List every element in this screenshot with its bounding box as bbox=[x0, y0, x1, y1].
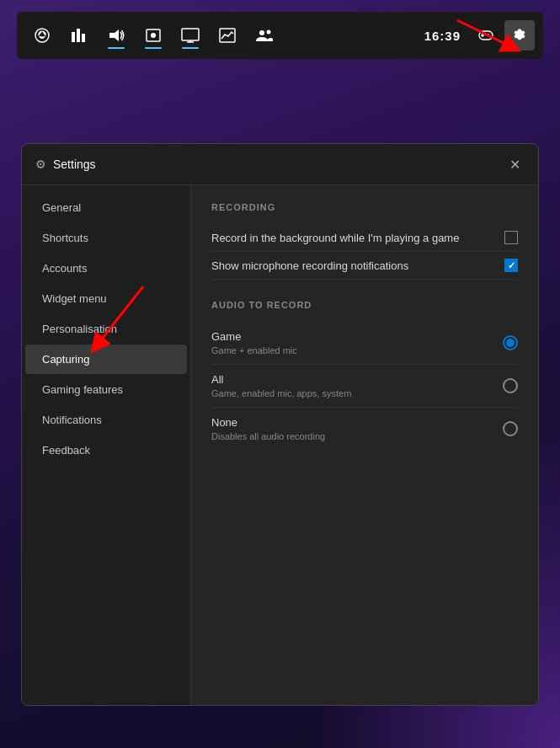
stats-bar-icon[interactable] bbox=[62, 19, 96, 52]
audio-volume-icon[interactable] bbox=[99, 19, 133, 52]
background-record-checkbox[interactable] bbox=[504, 231, 518, 244]
xbox-icon[interactable] bbox=[25, 19, 59, 52]
sidebar-item-notifications[interactable]: Notifications bbox=[25, 405, 187, 435]
capture-screen-icon[interactable] bbox=[136, 19, 170, 52]
svg-rect-1 bbox=[72, 32, 75, 42]
sidebar-item-general[interactable]: General bbox=[25, 193, 187, 222]
settings-sidebar: General Shortcuts Accounts Widget menu P… bbox=[22, 185, 190, 705]
audio-all-sublabel: Game, enabled mic, apps, system bbox=[211, 388, 351, 398]
toolbar: 16:39 bbox=[17, 12, 543, 59]
audio-all-radio[interactable] bbox=[503, 378, 518, 393]
mic-notifications-checkbox[interactable] bbox=[504, 259, 518, 272]
svg-rect-3 bbox=[82, 34, 85, 42]
svg-marker-4 bbox=[109, 29, 119, 41]
mic-notifications-label: Show microphone recording notifications bbox=[211, 259, 408, 272]
svg-point-17 bbox=[489, 35, 491, 37]
clock: 16:39 bbox=[418, 29, 467, 43]
sidebar-item-capturing[interactable]: Capturing bbox=[25, 345, 187, 374]
sidebar-item-gaming-features[interactable]: Gaming features bbox=[25, 375, 187, 404]
svg-point-6 bbox=[151, 33, 156, 38]
main-content: RECORDING Record in the background while… bbox=[190, 185, 538, 705]
sidebar-item-feedback[interactable]: Feedback bbox=[25, 435, 187, 465]
settings-header: ⚙ Settings ✕ bbox=[22, 144, 538, 185]
toolbar-right bbox=[471, 20, 535, 51]
recording-section-title: RECORDING bbox=[211, 202, 518, 212]
settings-body: General Shortcuts Accounts Widget menu P… bbox=[22, 185, 538, 705]
audio-none-label: None bbox=[211, 416, 325, 429]
sidebar-item-accounts[interactable]: Accounts bbox=[25, 254, 187, 283]
sidebar-item-personalisation[interactable]: Personalisation bbox=[25, 314, 187, 344]
svg-rect-7 bbox=[182, 29, 199, 40]
display-settings-icon[interactable] bbox=[173, 19, 207, 52]
audio-game-radio[interactable] bbox=[503, 335, 518, 350]
svg-rect-2 bbox=[77, 29, 80, 42]
settings-close-button[interactable]: ✕ bbox=[504, 154, 525, 174]
audio-game-sublabel: Game + enabled mic bbox=[211, 345, 297, 355]
svg-point-0 bbox=[35, 29, 49, 42]
audio-game-option[interactable]: Game Game + enabled mic bbox=[211, 322, 518, 365]
performance-chart-icon[interactable] bbox=[211, 19, 244, 52]
group-users-icon[interactable] bbox=[248, 19, 281, 52]
audio-none-radio[interactable] bbox=[503, 421, 518, 436]
audio-none-sublabel: Disables all audio recording bbox=[211, 431, 325, 441]
settings-modal: ⚙ Settings ✕ General Shortcuts Accounts … bbox=[21, 143, 539, 706]
svg-point-16 bbox=[488, 34, 489, 35]
audio-section-title: AUDIO TO RECORD bbox=[211, 300, 518, 310]
svg-point-12 bbox=[267, 30, 271, 35]
settings-title: Settings bbox=[53, 158, 96, 171]
audio-all-label: All bbox=[211, 373, 351, 386]
audio-game-label: Game bbox=[211, 330, 297, 343]
controller-icon[interactable] bbox=[471, 20, 501, 51]
sidebar-item-shortcuts[interactable]: Shortcuts bbox=[25, 223, 187, 253]
mic-notifications-row: Show microphone recording notifications bbox=[211, 252, 518, 280]
settings-gear-icon[interactable] bbox=[504, 20, 535, 51]
settings-header-gear-icon: ⚙ bbox=[35, 158, 46, 171]
audio-none-option[interactable]: None Disables all audio recording bbox=[211, 408, 518, 450]
svg-point-11 bbox=[259, 30, 264, 35]
background-record-label: Record in the background while I'm playi… bbox=[211, 232, 459, 244]
sidebar-item-widget-menu[interactable]: Widget menu bbox=[25, 284, 187, 313]
background-record-row: Record in the background while I'm playi… bbox=[211, 224, 518, 252]
audio-all-option[interactable]: All Game, enabled mic, apps, system bbox=[211, 365, 518, 408]
